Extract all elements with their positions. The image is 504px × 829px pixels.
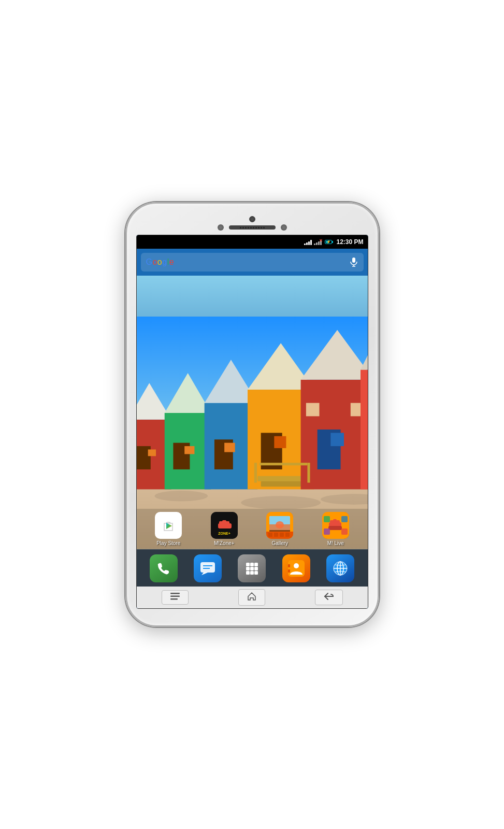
svg-rect-0 bbox=[352, 258, 355, 263]
dock-phone[interactable] bbox=[150, 554, 178, 582]
play-store-icon bbox=[155, 512, 182, 539]
svg-rect-33 bbox=[361, 370, 368, 490]
svg-rect-95 bbox=[170, 598, 178, 600]
mzone-label: M!Zone+ bbox=[214, 540, 235, 546]
svg-rect-82 bbox=[246, 571, 250, 575]
svg-rect-60 bbox=[280, 533, 284, 537]
svg-marker-96 bbox=[248, 593, 255, 600]
svg-rect-87 bbox=[288, 564, 290, 567]
svg-rect-61 bbox=[285, 533, 290, 537]
svg-rect-30 bbox=[330, 433, 344, 447]
status-time: 12:30 PM bbox=[336, 238, 363, 246]
dock-browser[interactable] bbox=[326, 554, 354, 582]
google-logo: Google bbox=[146, 258, 349, 267]
homescreen-apps-row: Play Store 🤜 bbox=[137, 509, 368, 549]
svg-rect-41 bbox=[260, 463, 307, 465]
svg-rect-80 bbox=[250, 567, 254, 570]
svg-text:ZONE+: ZONE+ bbox=[218, 532, 231, 535]
svg-rect-58 bbox=[268, 533, 272, 537]
svg-rect-93 bbox=[170, 593, 180, 594]
svg-rect-16 bbox=[184, 446, 194, 454]
mzone-icon: 🤜 ZONE+ bbox=[211, 512, 238, 539]
nav-menu-button[interactable] bbox=[162, 590, 189, 605]
svg-rect-59 bbox=[274, 533, 278, 537]
dock-messages[interactable] bbox=[194, 554, 222, 582]
svg-rect-39 bbox=[254, 463, 256, 482]
svg-rect-20 bbox=[224, 443, 235, 452]
svg-rect-79 bbox=[246, 567, 250, 570]
android-homescreen: ✕ ⚡ 12:30 PM Google bbox=[137, 235, 368, 608]
svg-rect-40 bbox=[307, 463, 310, 482]
dock-contacts[interactable] bbox=[282, 554, 310, 582]
svg-rect-31 bbox=[306, 403, 319, 417]
nav-home-button[interactable] bbox=[238, 589, 265, 606]
dock-app-drawer[interactable] bbox=[238, 554, 266, 582]
svg-rect-76 bbox=[246, 563, 250, 566]
navigation-bar bbox=[137, 587, 368, 608]
signal-strength-2: ✕ bbox=[314, 239, 322, 245]
google-search-bar[interactable]: Google bbox=[141, 253, 364, 271]
battery-icon: ⚡ bbox=[325, 240, 332, 244]
front-camera bbox=[249, 216, 255, 222]
earpiece-speaker bbox=[229, 225, 276, 230]
phone-screen: ✕ ⚡ 12:30 PM Google bbox=[136, 235, 368, 609]
app-mzone[interactable]: 🤜 ZONE+ M!Zone+ bbox=[206, 512, 242, 546]
svg-rect-64 bbox=[333, 519, 337, 523]
svg-rect-67 bbox=[328, 526, 342, 530]
svg-rect-24 bbox=[274, 436, 286, 448]
top-sensors bbox=[218, 224, 287, 231]
svg-rect-49 bbox=[218, 523, 232, 528]
app-mlive[interactable]: M! Live bbox=[318, 512, 354, 546]
svg-rect-56 bbox=[269, 530, 290, 532]
gallery-icon bbox=[266, 512, 293, 539]
mlive-icon bbox=[322, 512, 349, 539]
svg-rect-88 bbox=[288, 569, 290, 573]
svg-rect-12 bbox=[148, 450, 155, 456]
svg-rect-84 bbox=[254, 571, 258, 575]
status-bar: ✕ ⚡ 12:30 PM bbox=[137, 235, 368, 249]
sensor-left bbox=[218, 224, 224, 231]
gallery-label: Gallery bbox=[271, 540, 288, 546]
play-store-label: Play Store bbox=[156, 540, 180, 546]
phone-top-hardware bbox=[136, 213, 368, 235]
speaker-grille bbox=[240, 227, 265, 228]
svg-rect-70 bbox=[324, 528, 330, 535]
mlive-label: M! Live bbox=[327, 540, 344, 546]
svg-rect-71 bbox=[341, 528, 348, 535]
sensor-right bbox=[281, 224, 287, 231]
svg-marker-75 bbox=[201, 573, 208, 575]
svg-rect-72 bbox=[200, 562, 215, 573]
svg-point-55 bbox=[276, 521, 284, 528]
svg-rect-94 bbox=[170, 596, 180, 597]
nav-back-button[interactable] bbox=[315, 590, 343, 605]
svg-rect-81 bbox=[254, 567, 258, 570]
voice-search-icon[interactable] bbox=[349, 258, 358, 267]
svg-rect-26 bbox=[261, 481, 307, 487]
app-gallery[interactable]: Gallery bbox=[262, 512, 298, 546]
svg-rect-77 bbox=[250, 563, 254, 566]
svg-rect-69 bbox=[341, 516, 348, 522]
svg-rect-68 bbox=[324, 516, 330, 522]
svg-point-37 bbox=[241, 496, 321, 509]
signal-strength-1 bbox=[304, 239, 312, 245]
svg-rect-83 bbox=[250, 571, 254, 575]
wallpaper: Play Store 🤜 bbox=[137, 276, 368, 549]
app-play-store[interactable]: Play Store bbox=[150, 512, 186, 546]
svg-point-36 bbox=[154, 491, 208, 502]
svg-rect-78 bbox=[254, 563, 258, 566]
svg-point-86 bbox=[294, 563, 299, 568]
phone-device: ✕ ⚡ 12:30 PM Google bbox=[125, 202, 379, 627]
app-dock bbox=[137, 549, 368, 587]
status-icons: ✕ ⚡ 12:30 PM bbox=[304, 238, 363, 246]
